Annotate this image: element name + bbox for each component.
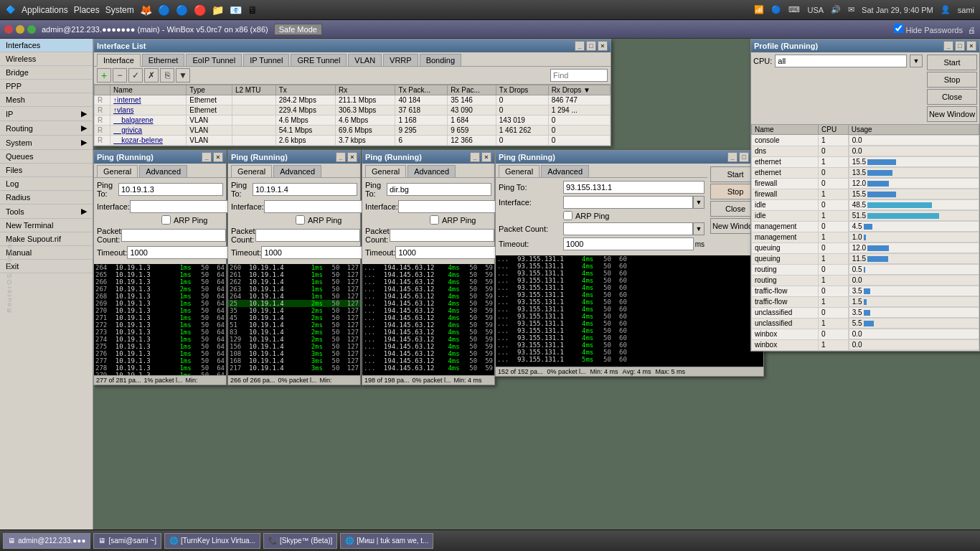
sidebar-item-wireless[interactable]: Wireless: [0, 52, 93, 66]
profile-buttons[interactable]: _ □ ×: [943, 41, 976, 51]
profile-minimize[interactable]: _: [943, 41, 953, 51]
sidebar-item-queues[interactable]: Queues: [0, 150, 93, 164]
list-item[interactable]: firewall 0 12.0: [752, 178, 979, 189]
ping1-buttons[interactable]: _ ×: [202, 152, 223, 162]
col-txpack[interactable]: Tx Pack...: [395, 85, 448, 95]
ping1-titlebar[interactable]: Ping (Running) _ ×: [94, 151, 226, 164]
list-item[interactable]: firewall 1 15.5: [752, 189, 979, 199]
list-item[interactable]: winbox 0 0.0: [752, 329, 979, 339]
table-row[interactable]: R ↑vlans Ethernet 229.4 Mbps 306.3 Mbps …: [95, 105, 611, 116]
ping3-buttons[interactable]: _ ×: [470, 152, 491, 162]
sidebar-item-tools[interactable]: Tools ▶: [0, 204, 93, 219]
ping4-maximize[interactable]: □: [739, 152, 749, 162]
sidebar-item-ppp[interactable]: PPP: [0, 80, 93, 93]
sidebar-item-exit[interactable]: Exit: [0, 260, 93, 273]
ping4-tab-general[interactable]: General: [499, 165, 540, 177]
ping3-tab-general[interactable]: General: [365, 165, 406, 177]
ping2-titlebar[interactable]: Ping (Running) _ ×: [228, 151, 360, 164]
enable-btn[interactable]: ✓: [128, 68, 143, 83]
window-controls[interactable]: [4, 25, 36, 34]
row-name[interactable]: ↑vlans: [110, 105, 187, 116]
sidebar-item-manual[interactable]: Manual: [0, 246, 93, 260]
list-item[interactable]: routing 1 0.0: [752, 275, 979, 286]
ping2-minimize[interactable]: _: [336, 152, 346, 162]
profile-stop-btn[interactable]: Stop: [927, 72, 977, 88]
taskbar-item-mish[interactable]: 🌐 [Миш | tuk sam we, t...: [340, 533, 433, 549]
ping4-count-dropdown[interactable]: ▼: [693, 222, 705, 235]
ping2-timeout-input[interactable]: [261, 246, 366, 259]
profile-cpu-dropdown[interactable]: ▼: [910, 55, 923, 67]
sidebar-item-mesh[interactable]: Mesh: [0, 93, 93, 107]
ping4-minimize[interactable]: _: [727, 152, 738, 162]
profile-maximize[interactable]: □: [955, 41, 965, 51]
list-item[interactable]: console 1 0.0: [752, 135, 979, 146]
sidebar-item-interfaces[interactable]: Interfaces: [0, 39, 93, 52]
ping4-tab-advanced[interactable]: Advanced: [541, 165, 589, 177]
ping4-iface-dropdown[interactable]: ▼: [693, 196, 705, 209]
sidebar-item-new-terminal[interactable]: New Terminal: [0, 219, 93, 232]
list-item[interactable]: queuing 0 12.0: [752, 242, 979, 253]
list-item[interactable]: ethernet 0 13.5: [752, 167, 979, 178]
ping2-tab-general[interactable]: General: [231, 165, 272, 177]
profile-close[interactable]: ×: [966, 41, 976, 51]
sidebar-item-files[interactable]: Files: [0, 164, 93, 177]
ping1-tab-general[interactable]: General: [97, 165, 138, 177]
row-name[interactable]: grivica: [110, 126, 187, 136]
row-name[interactable]: ↑internet: [110, 95, 187, 105]
list-item[interactable]: routing 0 0.5: [752, 264, 979, 275]
safemode-button[interactable]: Safe Mode: [274, 24, 322, 35]
profile-col-cpu[interactable]: CPU: [819, 125, 849, 135]
sidebar-item-radius[interactable]: Radius: [0, 191, 93, 204]
hide-passwords-checkbox[interactable]: [894, 24, 903, 33]
tab-bonding[interactable]: Bonding: [420, 54, 461, 66]
profile-new-window-btn[interactable]: New Window: [927, 106, 977, 122]
ping1-tab-advanced[interactable]: Advanced: [139, 165, 187, 177]
ping2-iface-input[interactable]: [264, 200, 369, 213]
ping4-arp-checkbox[interactable]: [563, 211, 573, 220]
sidebar-item-log[interactable]: Log: [0, 177, 93, 191]
ping2-count-input[interactable]: [255, 229, 360, 242]
sidebar-item-routing[interactable]: Routing ▶: [0, 121, 93, 136]
sidebar-item-make-supout[interactable]: Make Supout.rif: [0, 232, 93, 246]
ping2-to-input[interactable]: [253, 183, 357, 196]
ping2-close[interactable]: ×: [347, 152, 357, 162]
system-menu[interactable]: System: [105, 5, 134, 15]
profile-col-name[interactable]: Name: [752, 125, 819, 135]
ping1-count-input[interactable]: [121, 229, 226, 242]
taskbar-item-skype1[interactable]: 📞 [Skype™ (Beta)]: [263, 533, 337, 549]
sidebar-item-bridge[interactable]: Bridge: [0, 66, 93, 80]
table-row[interactable]: R ↑internet Ethernet 284.2 Mbps 211.1 Mb…: [95, 95, 611, 105]
tab-ip-tunnel[interactable]: IP Tunnel: [243, 54, 289, 66]
ping1-close[interactable]: ×: [213, 152, 223, 162]
row-name[interactable]: kozar-belene: [110, 136, 187, 146]
col-type[interactable]: Type: [187, 85, 232, 95]
table-row[interactable]: R kozar-belene VLAN 2.6 kbps 3.7 kbps 6 …: [95, 136, 611, 146]
ping1-arp-checkbox[interactable]: [161, 215, 171, 225]
list-item[interactable]: management 0 4.5: [752, 221, 979, 232]
table-row[interactable]: R grivica VLAN 54.1 Mbps 69.6 Mbps 9 295…: [95, 126, 611, 136]
ping4-to-input[interactable]: [563, 181, 705, 194]
list-item[interactable]: traffic-flow 1 1.5: [752, 296, 979, 307]
ping3-arp-checkbox[interactable]: [430, 215, 439, 225]
maximize-btn[interactable]: □: [586, 41, 596, 51]
col-l2mtu[interactable]: L2 MTU: [232, 85, 275, 95]
col-tx[interactable]: Tx: [275, 85, 335, 95]
filter-btn[interactable]: ▼: [176, 68, 190, 83]
ping3-close[interactable]: ×: [481, 152, 491, 162]
col-rx[interactable]: Rx: [336, 85, 395, 95]
disable-btn[interactable]: ✗: [144, 68, 159, 83]
profile-start-btn[interactable]: Start: [927, 55, 977, 70]
tab-vlan[interactable]: VLAN: [348, 54, 382, 66]
profile-cpu-input[interactable]: [775, 55, 907, 67]
ping3-count-input[interactable]: [390, 229, 494, 242]
ping1-timeout-input[interactable]: [127, 246, 232, 259]
ping2-tab-advanced[interactable]: Advanced: [273, 165, 321, 177]
tab-interface[interactable]: Interface: [97, 54, 141, 67]
table-row[interactable]: R balgarene VLAN 4.6 Mbps 4.6 Mbps 1 168…: [95, 116, 611, 126]
tab-vrrp[interactable]: VRRP: [383, 54, 418, 66]
maximize-window-btn[interactable]: [27, 25, 36, 34]
list-item[interactable]: ethernet 1 15.5: [752, 156, 979, 167]
taskbar-item-terminal[interactable]: 🖥 [sami@sami ~]: [93, 533, 161, 549]
ping4-titlebar[interactable]: Ping (Running) _ □ ×: [496, 151, 763, 164]
applications-menu[interactable]: Applications: [22, 5, 68, 15]
